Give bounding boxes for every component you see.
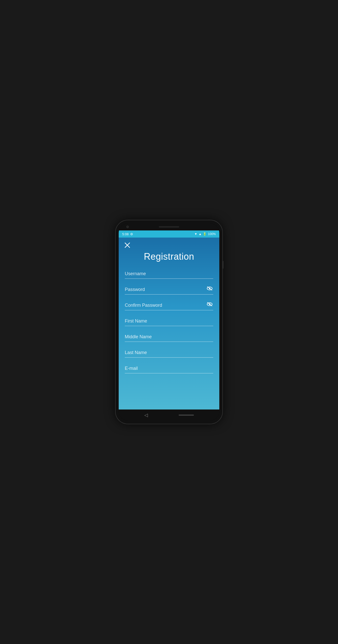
home-indicator[interactable] bbox=[179, 415, 194, 416]
field-middle-name bbox=[125, 332, 213, 342]
battery-percent: 100% bbox=[208, 232, 216, 236]
last-name-input[interactable] bbox=[125, 348, 213, 358]
first-name-input[interactable] bbox=[125, 316, 213, 326]
username-input[interactable] bbox=[125, 269, 213, 279]
confirm-password-input[interactable] bbox=[125, 301, 213, 310]
app-header: Registration bbox=[119, 238, 219, 269]
close-icon bbox=[125, 242, 130, 248]
status-bar: 5:08 ⚙ ▼ ▲ 🔋 100% bbox=[119, 230, 219, 238]
status-time: 5:08 bbox=[122, 232, 129, 236]
camera bbox=[126, 226, 129, 228]
back-button[interactable]: ◁ bbox=[144, 412, 148, 418]
gear-icon: ⚙ bbox=[130, 232, 133, 236]
eye-off-icon bbox=[207, 286, 213, 291]
page-title: Registration bbox=[123, 251, 215, 262]
field-password bbox=[125, 285, 213, 295]
password-input[interactable] bbox=[125, 285, 213, 295]
confirm-password-eye-toggle[interactable] bbox=[206, 301, 213, 308]
battery-icon: 🔋 bbox=[203, 232, 207, 236]
wifi-icon: ▼ bbox=[194, 232, 197, 236]
registration-form bbox=[119, 269, 219, 387]
field-email bbox=[125, 364, 213, 373]
middle-name-input[interactable] bbox=[125, 332, 213, 342]
field-last-name bbox=[125, 348, 213, 358]
close-button[interactable] bbox=[123, 241, 131, 249]
field-username bbox=[125, 269, 213, 279]
app-content: Registration bbox=[119, 238, 219, 409]
signal-icon: ▲ bbox=[198, 232, 202, 236]
phone-top-bar bbox=[119, 223, 219, 230]
eye-off-icon bbox=[207, 302, 213, 306]
field-confirm-password bbox=[125, 301, 213, 310]
password-eye-toggle[interactable] bbox=[206, 285, 213, 292]
bottom-nav: ◁ bbox=[119, 409, 219, 421]
field-first-name bbox=[125, 316, 213, 326]
email-input[interactable] bbox=[125, 364, 213, 373]
speaker bbox=[159, 226, 179, 228]
